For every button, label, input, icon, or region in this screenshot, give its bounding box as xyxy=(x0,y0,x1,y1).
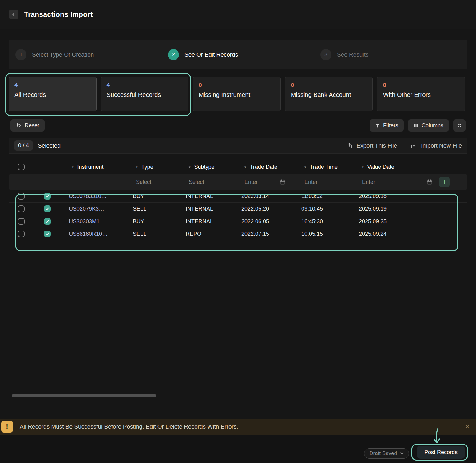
instrument-link[interactable]: US88160R10… xyxy=(68,231,132,237)
step-see-or-edit-records[interactable]: 2 See Or Edit Records xyxy=(162,40,314,69)
row-checkbox[interactable] xyxy=(18,231,25,237)
column-header-subtype[interactable]: ▾ Subtype xyxy=(185,164,241,170)
row-select-cell xyxy=(9,231,40,237)
warning-icon: ! xyxy=(1,421,13,433)
card-successful-records[interactable]: 4 Successful Records xyxy=(101,77,189,111)
post-records-label: Post Records xyxy=(424,449,458,456)
warning-message: All Records Must Be Successful Before Po… xyxy=(20,423,238,430)
row-valid-cell xyxy=(40,205,68,212)
columns-icon xyxy=(414,123,418,128)
subtype-filter-select[interactable]: Select xyxy=(185,179,241,185)
row-checkbox[interactable] xyxy=(18,205,25,212)
wizard-stepper: 1 Select Type Of Creation 2 See Or Edit … xyxy=(9,40,467,69)
trade-time-filter-input[interactable]: Enter xyxy=(301,179,358,185)
post-records-button[interactable]: Post Records xyxy=(417,446,465,459)
records-table: ▾ Instrument ▾ Type ▾ Subtype ▾ Trade Da… xyxy=(9,160,467,240)
trade-date-cell: 2022.05.20 xyxy=(241,206,301,212)
instrument-link[interactable]: US03783310… xyxy=(68,193,132,200)
card-label: Missing Bank Account xyxy=(291,91,367,98)
value-date-cell: 2025.09.19 xyxy=(358,206,467,212)
card-count: 0 xyxy=(291,82,367,89)
selected-label: Selected xyxy=(38,142,61,149)
warning-banner: ! All Records Must Be Successful Before … xyxy=(0,419,476,435)
column-header-value-date[interactable]: ▾ Value Date xyxy=(358,164,467,170)
column-header-trade-time[interactable]: ▾ Trade Time xyxy=(301,164,358,170)
table-row: US88160R10… SELL REPO 2022.07.15 10:05:1… xyxy=(9,228,467,240)
table-row: US03783310… BUY INTERNAL 2022.03.14 11:0… xyxy=(9,190,467,203)
select-all-checkbox[interactable] xyxy=(18,164,25,170)
calendar-icon[interactable] xyxy=(427,179,432,185)
column-header-type[interactable]: ▾ Type xyxy=(132,164,185,170)
card-count: 0 xyxy=(383,82,459,89)
trade-time-cell: 16:45:30 xyxy=(301,218,358,225)
import-new-file-button[interactable]: Import New File xyxy=(411,142,462,149)
column-label: Value Date xyxy=(367,164,395,170)
table-filter-row: Select Select Enter Enter Enter + xyxy=(9,174,467,190)
draft-saved-button[interactable]: Draft Saved xyxy=(364,448,409,459)
chevron-down-icon[interactable]: ▾ xyxy=(304,165,306,169)
card-label: All Records xyxy=(14,91,91,98)
chevron-down-icon xyxy=(400,452,404,455)
column-label: Trade Date xyxy=(250,164,277,170)
column-label: Subtype xyxy=(194,164,215,170)
refresh-icon xyxy=(457,123,462,128)
step-label: Select Type Of Creation xyxy=(32,51,94,58)
column-header-instrument[interactable]: ▾ Instrument xyxy=(68,164,132,170)
trade-time-cell: 11:03:52 xyxy=(301,193,358,200)
chevron-left-icon xyxy=(11,12,16,17)
card-with-other-errors[interactable]: 0 With Other Errors xyxy=(377,77,465,111)
instrument-link[interactable]: US30303M1… xyxy=(68,218,132,225)
card-label: Successful Records xyxy=(107,91,183,98)
export-icon xyxy=(346,142,353,149)
chevron-down-icon[interactable]: ▾ xyxy=(72,165,74,169)
export-this-file-button[interactable]: Export This File xyxy=(346,142,397,149)
row-select-cell xyxy=(9,193,40,200)
row-valid-cell xyxy=(40,193,68,200)
card-missing-bank-account[interactable]: 0 Missing Bank Account xyxy=(285,77,373,111)
card-count: 0 xyxy=(199,82,275,89)
close-icon[interactable]: × xyxy=(465,423,469,431)
table-row: US02079K3… SELL INTERNAL 2022.05.20 09:1… xyxy=(9,203,467,215)
chevron-down-icon[interactable]: ▾ xyxy=(362,165,364,169)
reset-button[interactable]: Reset xyxy=(10,119,45,132)
chevron-down-icon[interactable]: ▾ xyxy=(189,165,191,169)
type-cell: BUY xyxy=(132,218,185,225)
table-row: US30303M1… BUY INTERNAL 2022.06.05 16:45… xyxy=(9,215,467,228)
step-number-badge: 2 xyxy=(168,49,179,60)
trade-date-cell: 2022.07.15 xyxy=(241,231,301,237)
chevron-down-icon[interactable]: ▾ xyxy=(244,165,246,169)
value-date-cell: 2025.09.25 xyxy=(358,218,467,225)
step-see-results[interactable]: 3 See Results xyxy=(314,40,467,69)
calendar-icon[interactable] xyxy=(280,179,285,185)
chevron-down-icon[interactable]: ▾ xyxy=(136,165,138,169)
valid-checkbox[interactable] xyxy=(44,205,51,212)
card-missing-instrument[interactable]: 0 Missing Instrument xyxy=(193,77,281,111)
trade-date-filter-input[interactable]: Enter xyxy=(241,179,301,185)
back-button[interactable] xyxy=(9,10,18,19)
valid-checkbox[interactable] xyxy=(44,231,51,237)
subtype-cell: INTERNAL xyxy=(185,193,241,200)
value-date-filter-input[interactable]: Enter + xyxy=(358,177,467,187)
summary-cards-row: 4 All Records 4 Successful Records 0 Mis… xyxy=(9,77,465,111)
trade-date-cell: 2022.03.14 xyxy=(241,193,301,200)
column-label: Instrument xyxy=(77,164,104,170)
instrument-link[interactable]: US02079K3… xyxy=(68,206,132,212)
filters-button[interactable]: Filters xyxy=(370,119,404,132)
columns-button[interactable]: Columns xyxy=(408,119,449,132)
valid-checkbox[interactable] xyxy=(44,218,51,225)
trade-date-cell: 2022.06.05 xyxy=(241,218,301,225)
card-all-records[interactable]: 4 All Records xyxy=(9,77,97,111)
step-select-type-of-creation[interactable]: 1 Select Type Of Creation xyxy=(9,40,162,69)
table-header-row: ▾ Instrument ▾ Type ▾ Subtype ▾ Trade Da… xyxy=(9,160,467,174)
subtype-cell: INTERNAL xyxy=(185,206,241,212)
horizontal-scrollbar[interactable] xyxy=(12,394,156,397)
column-label: Type xyxy=(141,164,153,170)
refresh-button[interactable] xyxy=(453,119,466,132)
valid-checkbox[interactable] xyxy=(44,193,51,200)
row-checkbox[interactable] xyxy=(18,218,25,225)
type-filter-select[interactable]: Select xyxy=(132,179,185,185)
add-record-button[interactable]: + xyxy=(439,177,450,187)
column-header-trade-date[interactable]: ▾ Trade Date xyxy=(241,164,301,170)
row-checkbox[interactable] xyxy=(18,193,25,200)
draft-saved-label: Draft Saved xyxy=(369,450,397,457)
